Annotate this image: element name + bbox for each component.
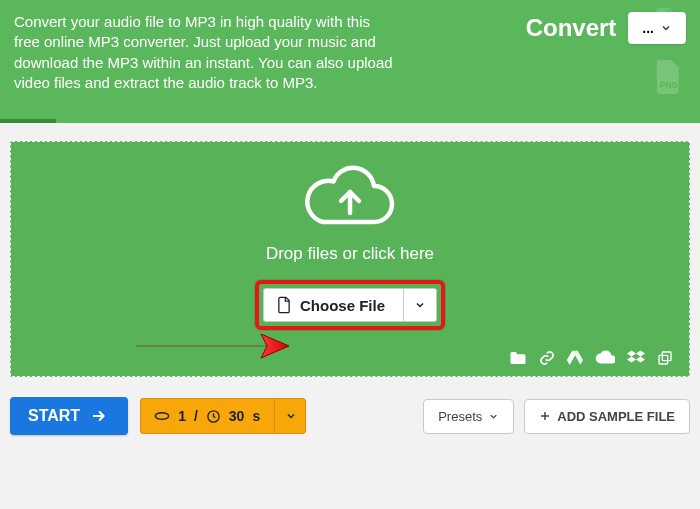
header-description: Convert your audio file to MP3 in high q… <box>14 12 394 93</box>
dropzone[interactable]: Drop files or click here Choose File <box>10 141 690 377</box>
choose-file-button[interactable]: Choose File <box>263 288 403 322</box>
svg-rect-2 <box>659 355 668 364</box>
trim-count: 1 <box>178 408 186 424</box>
clipboard-icon[interactable] <box>657 350 673 366</box>
trim-dropdown[interactable] <box>274 398 306 434</box>
add-sample-file-button[interactable]: ADD SAMPLE FILE <box>524 399 690 434</box>
bottom-bar: START 1 / 30 s Presets ADD SAMPLE FILE <box>0 387 700 445</box>
svg-rect-1 <box>662 352 671 361</box>
header: Convert your audio file to MP3 in high q… <box>0 0 700 123</box>
add-sample-label: ADD SAMPLE FILE <box>557 409 675 424</box>
presets-label: Presets <box>438 409 482 424</box>
main-content: Drop files or click here Choose File <box>0 123 700 387</box>
loop-icon <box>154 411 170 421</box>
dropzone-hint: Drop files or click here <box>11 244 689 264</box>
onedrive-icon[interactable] <box>595 350 615 366</box>
link-icon[interactable] <box>539 350 555 366</box>
chevron-down-icon <box>488 411 499 422</box>
arrow-right-icon <box>90 408 108 424</box>
trim-sep: / <box>194 408 198 424</box>
choose-file-label: Choose File <box>300 297 385 314</box>
start-button[interactable]: START <box>10 397 128 435</box>
plus-icon <box>539 410 551 422</box>
start-label: START <box>28 407 80 425</box>
trim-time-unit: s <box>252 408 260 424</box>
target-format-value: ... <box>642 20 654 36</box>
annotation-arrow-icon <box>131 326 291 366</box>
google-drive-icon[interactable] <box>567 350 583 366</box>
file-add-icon <box>276 296 292 314</box>
choose-file-dropdown[interactable] <box>403 288 437 322</box>
presets-button[interactable]: Presets <box>423 399 514 434</box>
dropbox-icon[interactable] <box>627 350 645 366</box>
trim-button[interactable]: 1 / 30 s <box>140 398 274 434</box>
svg-text:PNG: PNG <box>660 80 679 90</box>
trim-button-group: 1 / 30 s <box>140 398 306 434</box>
file-icon <box>654 8 680 38</box>
clock-icon <box>206 409 221 424</box>
svg-point-3 <box>155 413 168 420</box>
chevron-down-icon <box>285 410 297 422</box>
annotation-highlight: Choose File <box>255 280 445 330</box>
convert-heading: Convert <box>526 14 617 42</box>
chevron-down-icon <box>414 299 426 311</box>
cloud-upload-icon <box>302 162 398 234</box>
trim-time-value: 30 <box>229 408 245 424</box>
source-icons-bar <box>509 350 673 366</box>
folder-icon[interactable] <box>509 350 527 366</box>
png-badge-icon: PNG <box>652 60 686 94</box>
